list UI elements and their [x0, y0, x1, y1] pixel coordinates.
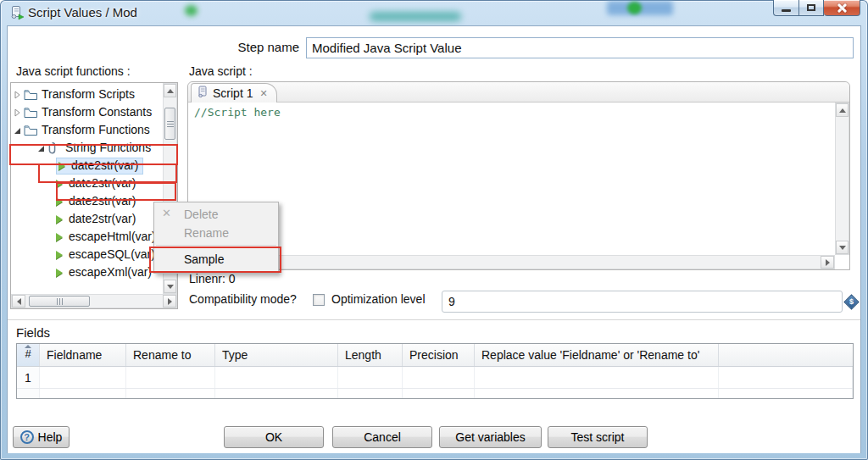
precision-cell[interactable]	[403, 367, 475, 388]
menu-item-label: Delete	[184, 208, 218, 221]
step-name-input[interactable]	[306, 37, 854, 58]
arrow-left-icon	[17, 298, 21, 305]
rename-to-cell[interactable]	[126, 367, 215, 388]
column-header-replace-value[interactable]: Replace value 'Fieldname' or 'Rename to'	[475, 344, 719, 366]
column-header-number[interactable]: #	[17, 344, 40, 366]
scroll-right-button[interactable]	[163, 295, 176, 308]
section-divider	[8, 319, 860, 320]
tree-horizontal-scrollbar[interactable]	[11, 294, 177, 308]
function-arrow-icon	[56, 269, 63, 277]
test-script-button[interactable]: Test script	[548, 426, 648, 448]
background-blur-blue	[607, 1, 673, 15]
arrow-down-icon	[839, 246, 846, 250]
tree-item-date2str[interactable]: date2str(var)	[12, 192, 163, 210]
menu-separator	[156, 245, 276, 246]
tree-item-date2str[interactable]: date2str(var)	[12, 210, 163, 228]
close-icon	[837, 3, 847, 13]
script-editor[interactable]: //Script here	[189, 103, 835, 255]
tree-item-escapehtml[interactable]: escapeHtml(var)	[12, 228, 163, 246]
menu-item-rename[interactable]: Rename	[154, 224, 278, 242]
title-bar[interactable]: Script Values / Mod	[0, 0, 868, 25]
script-tab-bar: Script 1 ✕	[188, 82, 849, 103]
compatibility-mode-label: Compatibility mode?	[189, 292, 297, 306]
length-cell[interactable]	[338, 367, 403, 388]
scroll-down-button[interactable]	[836, 241, 849, 254]
scrollbar-thumb[interactable]	[164, 108, 175, 140]
column-header-precision[interactable]: Precision	[403, 344, 475, 366]
optimization-level-input[interactable]	[442, 291, 843, 313]
expander-collapsed-icon[interactable]	[14, 108, 22, 117]
tree-item-date2str[interactable]: date2str(var)	[12, 175, 163, 192]
tree-item-transform-functions[interactable]: Transform Functions	[12, 121, 163, 139]
column-header-type[interactable]: Type	[215, 344, 338, 366]
linenr-label: Linenr: 0	[189, 272, 235, 285]
tree-item-transform-constants[interactable]: Transform Constants	[12, 103, 163, 121]
column-header-length[interactable]: Length	[338, 344, 403, 366]
arrow-up-icon	[167, 89, 174, 93]
scroll-up-button[interactable]	[164, 84, 176, 97]
column-header-rename-to[interactable]: Rename to	[126, 344, 215, 366]
tree-item-transform-scripts[interactable]: Transform Scripts	[12, 86, 163, 103]
expander-expanded-icon[interactable]	[37, 144, 46, 152]
dialog-content: Step name Java script functions : Java s…	[7, 25, 861, 453]
column-header-fieldname[interactable]: Fieldname	[40, 344, 126, 366]
script-panel-label: Java script :	[189, 64, 253, 78]
tree-item-label: Transform Constants	[42, 103, 152, 121]
expander-collapsed-icon[interactable]	[14, 91, 22, 99]
tree-item-label: date2str(var)	[69, 210, 136, 228]
menu-item-label: Sample	[184, 252, 224, 266]
variable-dollar-icon[interactable]: $	[843, 294, 859, 309]
tree-item-label: escapeHtml(var)	[69, 228, 156, 246]
background-blur-green-circle	[627, 2, 642, 14]
background-blur-green	[185, 5, 198, 16]
column-header-blank	[719, 344, 853, 366]
tab-script-1[interactable]: Script 1 ✕	[191, 83, 277, 103]
script-file-icon	[198, 86, 208, 102]
tree-item-label: escapeSQL(var)	[69, 246, 155, 263]
scroll-right-button[interactable]	[821, 256, 834, 269]
folder-icon	[24, 125, 38, 136]
get-variables-button[interactable]: Get variables	[439, 426, 542, 448]
tree-item-escapexml[interactable]: escapeXml(var)	[12, 263, 163, 281]
ok-button[interactable]: OK	[224, 426, 324, 448]
script-code: //Script here	[189, 103, 835, 119]
compatibility-mode-checkbox[interactable]	[313, 294, 325, 306]
tree-item-date2str-selected[interactable]: date2str(var)	[12, 157, 163, 175]
replace-value-cell[interactable]	[475, 367, 719, 388]
fieldname-cell[interactable]	[40, 367, 126, 388]
help-button[interactable]: ? Help	[13, 426, 70, 448]
thumb-grip	[57, 298, 63, 305]
minimize-button[interactable]	[773, 0, 798, 16]
functions-tree: Transform Scripts Transform Constants Tr…	[12, 84, 163, 294]
cancel-button[interactable]: Cancel	[332, 426, 432, 448]
tree-item-label: date2str(var)	[71, 157, 138, 175]
scrollbar-thumb[interactable]	[29, 296, 90, 307]
row-number-cell: 1	[17, 367, 40, 388]
type-cell[interactable]	[215, 367, 338, 388]
thumb-grip	[167, 121, 174, 127]
arrow-up-icon	[839, 108, 846, 113]
tab-close-icon[interactable]: ✕	[259, 88, 267, 99]
menu-item-sample[interactable]: Sample	[154, 248, 278, 270]
close-button[interactable]	[824, 0, 860, 16]
function-arrow-icon	[56, 233, 63, 241]
expander-expanded-icon[interactable]	[14, 126, 22, 135]
fields-table-header: # Fieldname Rename to Type Length Precis…	[17, 344, 853, 367]
editor-vertical-scrollbar[interactable]	[835, 103, 849, 255]
tree-item-string-functions[interactable]: String Functions	[12, 139, 163, 157]
table-row-partial	[17, 389, 853, 399]
tree-selection-highlight: date2str(var)	[56, 158, 143, 175]
tree-item-label: String Functions	[65, 139, 151, 157]
menu-item-delete[interactable]: ✕ Delete	[154, 205, 278, 224]
maximize-button[interactable]	[798, 0, 824, 16]
window-title: Script Values / Mod	[28, 5, 137, 19]
minimize-icon	[782, 9, 791, 12]
editor-horizontal-scrollbar[interactable]	[188, 255, 835, 269]
scroll-left-button[interactable]	[12, 295, 25, 308]
help-icon: ?	[20, 430, 34, 444]
arrow-down-icon	[167, 285, 174, 289]
tree-item-escapesql[interactable]: escapeSQL(var)	[12, 246, 163, 263]
scroll-down-button[interactable]	[164, 280, 176, 293]
background-blur-teal	[370, 12, 461, 21]
scroll-up-button[interactable]	[836, 103, 849, 117]
